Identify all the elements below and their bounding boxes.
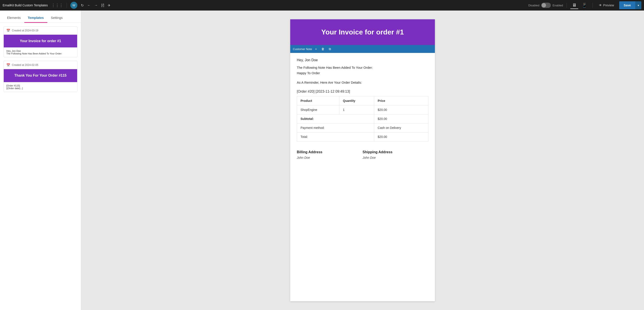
- wordpress-icon[interactable]: W: [70, 2, 78, 9]
- preview-icon: 👁: [599, 4, 602, 7]
- email-template: Your Invoice for order #1 Customer Note …: [290, 19, 435, 301]
- template-preview-header-2: Thank You For Your Order #115: [4, 69, 77, 82]
- product-header: Product: [297, 96, 339, 105]
- order-table: Product Quantity Price ShopEngine 1 $20.…: [297, 96, 428, 141]
- tablet-icon[interactable]: 📱: [580, 2, 589, 9]
- email-body: Hey, Jon Doe The Following Note Has Been…: [290, 53, 435, 90]
- order-id: [Order #20] [2023-11-12 09:49:13]: [297, 90, 428, 94]
- address-section: Billing Address John Doe Shipping Addres…: [290, 147, 435, 166]
- email-reminder: As A Reminder, Here Are Your Order Detai…: [297, 81, 428, 84]
- calendar-icon-2: 📅: [6, 63, 10, 67]
- template-card-header-invoice: 📅 Created at 2024-03-19: [4, 27, 77, 35]
- calendar-icon: 📅: [6, 29, 10, 32]
- disabled-label: Disabled: [528, 4, 540, 7]
- grid-icon[interactable]: ⋮⋮⋮: [51, 3, 63, 8]
- total-row: Total: $20.00: [297, 132, 428, 141]
- tab-elements[interactable]: Elements: [4, 13, 24, 23]
- toolbar-add-button[interactable]: +: [314, 47, 318, 51]
- template-card-invoice[interactable]: 📅 Created at 2024-03-19 Your Invoice for…: [4, 26, 78, 57]
- topbar: EmailKit Build Custom Templates ⋮⋮⋮ W ↻ …: [0, 0, 644, 11]
- topbar-divider-3: [592, 3, 593, 8]
- email-header: Your Invoice for order #1: [290, 19, 435, 45]
- billing-title: Billing Address: [297, 150, 362, 154]
- desktop-icon[interactable]: 🖥: [570, 2, 578, 9]
- billing-address-block: Billing Address John Doe: [297, 150, 362, 160]
- toggle-knob: [542, 3, 546, 8]
- product-cell: ShopEngine: [297, 105, 339, 114]
- send-icon[interactable]: ✈: [108, 3, 110, 8]
- subtotal-value: $20.00: [374, 114, 428, 123]
- left-tabs: Elements Templates Settings: [0, 11, 81, 23]
- nav-icons: W ↻ ← → [/] ✈: [70, 2, 110, 9]
- save-btn-group: Save ▾: [619, 1, 641, 9]
- email-note-line1: The Following Note Has Been Added To You…: [297, 66, 428, 69]
- template-preview-line1-2: [Order #115]: [6, 84, 74, 87]
- save-dropdown-button[interactable]: ▾: [635, 1, 641, 9]
- template-preview-line2-1: The Following Note Has Been Added To You…: [6, 52, 74, 55]
- template-preview-thankyou: Thank You For Your Order #115 [Order #11…: [4, 69, 77, 92]
- toggle-area: Disabled Enabled: [528, 3, 563, 8]
- subtotal-label: Subtotal:: [297, 114, 374, 123]
- billing-name: John Doe: [297, 156, 362, 160]
- toolbar-delete-button[interactable]: 🗑: [320, 47, 326, 51]
- left-content: 📅 Created at 2024-03-19 Your Invoice for…: [0, 23, 81, 310]
- shipping-address-block: Shipping Address John Doe: [362, 150, 428, 160]
- enable-toggle[interactable]: [541, 3, 551, 8]
- email-note-line2: Happy To Order: [297, 71, 428, 75]
- undo-icon[interactable]: ←: [87, 3, 91, 7]
- redo-icon[interactable]: →: [94, 3, 98, 7]
- order-section: [Order #20] [2023-11-12 09:49:13] Produc…: [290, 90, 435, 147]
- topbar-divider-2: [566, 3, 567, 8]
- save-button[interactable]: Save: [619, 1, 635, 9]
- template-preview-invoice: Your Invoice for order #1 Hey, Jon Doe T…: [4, 35, 77, 57]
- total-value: $20.00: [374, 132, 428, 141]
- price-cell: $20.00: [374, 105, 428, 114]
- subtotal-row: Subtotal: $20.00: [297, 114, 428, 123]
- preview-button[interactable]: 👁 Preview: [596, 4, 617, 7]
- quantity-header: Quantity: [339, 96, 374, 105]
- quantity-cell: 1: [339, 105, 374, 114]
- template-preview-body-1: Hey, Jon Doe The Following Note Has Been…: [4, 47, 77, 57]
- payment-value: Cash on Delivery: [374, 123, 428, 132]
- template-created-date-2: Created at 2024-02-05: [12, 63, 38, 67]
- toolbar-copy-button[interactable]: ⧉: [328, 47, 332, 52]
- refresh-icon[interactable]: ↻: [81, 3, 84, 8]
- shipping-name: John Doe: [362, 156, 428, 160]
- template-created-date-1: Created at 2024-03-19: [12, 29, 38, 32]
- canvas-area: Your Invoice for order #1 Customer Note …: [81, 11, 644, 310]
- payment-row: Payment method: Cash on Delivery: [297, 123, 428, 132]
- template-preview-line1-1: Hey, Jon Doe: [6, 50, 74, 52]
- app-title: EmailKit Build Custom Templates: [3, 4, 48, 7]
- total-label: Total:: [297, 132, 374, 141]
- email-greeting: Hey, Jon Doe: [297, 58, 428, 62]
- template-card-header-thankyou: 📅 Created at 2024-02-05: [4, 61, 77, 69]
- template-preview-header-1: Your Invoice for order #1: [4, 35, 77, 47]
- template-preview-line2-2: [{Order date}...]: [6, 87, 74, 90]
- template-preview-body-2: [Order #115] [{Order date}...]: [4, 82, 77, 92]
- tab-settings[interactable]: Settings: [47, 13, 66, 23]
- shipping-title: Shipping Address: [362, 150, 428, 154]
- table-row: ShopEngine 1 $20.00: [297, 105, 428, 114]
- shortcode-icon[interactable]: [/]: [101, 3, 104, 7]
- main-layout: Elements Templates Settings 📅 Created at…: [0, 11, 644, 310]
- template-card-thankyou[interactable]: 📅 Created at 2024-02-05 Thank You For Yo…: [4, 61, 78, 92]
- customer-note-toolbar: Customer Note + 🗑 ⧉: [290, 45, 435, 53]
- payment-label: Payment method:: [297, 123, 374, 132]
- table-header-row: Product Quantity Price: [297, 96, 428, 105]
- enabled-label: Enabled: [552, 4, 563, 7]
- customer-note-label: Customer Note: [293, 47, 312, 51]
- device-icons: 🖥 📱: [570, 2, 589, 9]
- price-header: Price: [374, 96, 428, 105]
- preview-label: Preview: [603, 4, 614, 7]
- tab-templates[interactable]: Templates: [24, 13, 47, 23]
- left-panel: Elements Templates Settings 📅 Created at…: [0, 11, 81, 310]
- email-header-title: Your Invoice for order #1: [297, 28, 428, 36]
